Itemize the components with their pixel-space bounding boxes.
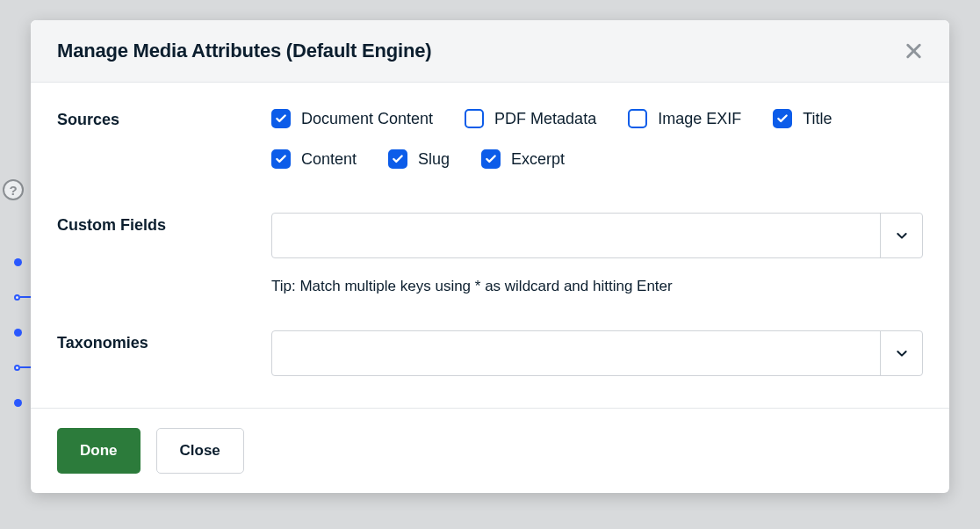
checkbox-box — [628, 109, 647, 128]
checkbox-label: Slug — [418, 150, 450, 169]
check-icon — [485, 153, 497, 165]
checkbox-image-exif[interactable]: Image EXIF — [628, 109, 741, 128]
row-sources: Sources Document ContentPDF MetadataImag… — [57, 107, 923, 186]
row-taxonomies: Taxonomies — [57, 313, 923, 380]
taxonomies-input[interactable] — [272, 331, 880, 375]
checkbox-document-content[interactable]: Document Content — [271, 109, 433, 128]
close-icon[interactable] — [904, 41, 923, 61]
check-icon — [275, 153, 287, 165]
checkbox-label: Image EXIF — [658, 110, 741, 128]
checkbox-label: Content — [301, 150, 357, 169]
custom-fields-dropdown-toggle[interactable] — [880, 214, 922, 257]
modal-body: Sources Document ContentPDF MetadataImag… — [31, 83, 949, 408]
check-icon — [776, 112, 789, 125]
checkbox-title[interactable]: Title — [773, 109, 832, 128]
custom-fields-tip: Tip: Match multiple keys using * as wild… — [271, 278, 923, 295]
checkbox-box — [773, 109, 792, 128]
sources-checkbox-group: Document ContentPDF MetadataImage EXIFTi… — [271, 109, 923, 169]
chevron-down-icon — [895, 228, 909, 243]
custom-fields-select — [271, 213, 923, 258]
help-icon[interactable]: ? — [3, 179, 24, 200]
checkbox-label: Excerpt — [511, 150, 565, 169]
checkbox-label: PDF Metadata — [494, 110, 596, 128]
checkbox-box — [271, 109, 291, 128]
checkbox-excerpt[interactable]: Excerpt — [481, 149, 565, 169]
checkbox-content[interactable]: Content — [271, 149, 357, 169]
chevron-down-icon — [895, 346, 909, 360]
label-sources: Sources — [57, 107, 271, 129]
checkbox-label: Title — [803, 110, 832, 128]
check-icon — [275, 112, 287, 125]
checkbox-label: Document Content — [301, 110, 433, 128]
checkbox-slug[interactable]: Slug — [388, 149, 450, 169]
checkbox-box — [465, 109, 484, 128]
modal-title: Manage Media Attributes (Default Engine) — [57, 40, 431, 62]
taxonomies-dropdown-toggle[interactable] — [880, 331, 922, 375]
checkbox-box — [271, 149, 291, 169]
checkbox-box — [388, 149, 407, 169]
done-button[interactable]: Done — [57, 428, 141, 474]
checkbox-pdf-metadata[interactable]: PDF Metadata — [465, 109, 596, 128]
close-button[interactable]: Close — [156, 428, 244, 474]
modal-manage-media-attributes: Manage Media Attributes (Default Engine)… — [31, 20, 949, 493]
modal-footer: Done Close — [31, 408, 949, 493]
modal-header: Manage Media Attributes (Default Engine) — [31, 20, 949, 83]
label-custom-fields: Custom Fields — [57, 213, 271, 235]
taxonomies-select — [271, 330, 923, 376]
check-icon — [392, 153, 404, 165]
checkbox-box — [481, 149, 501, 169]
label-taxonomies: Taxonomies — [57, 330, 271, 352]
row-custom-fields: Custom Fields Tip: Match multiple keys u… — [57, 186, 923, 313]
custom-fields-input[interactable] — [272, 214, 880, 257]
